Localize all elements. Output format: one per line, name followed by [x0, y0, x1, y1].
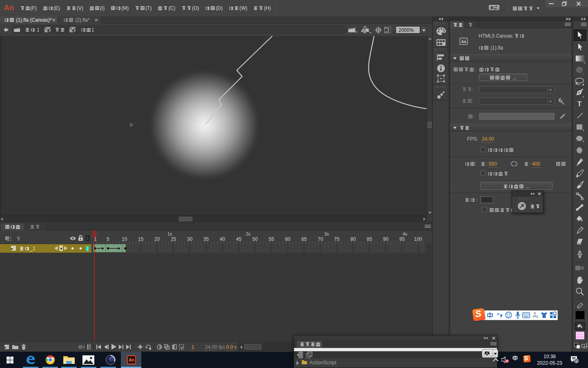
- svg-text:1: 1: [537, 315, 538, 318]
- svg-text:1: 1: [575, 359, 577, 363]
